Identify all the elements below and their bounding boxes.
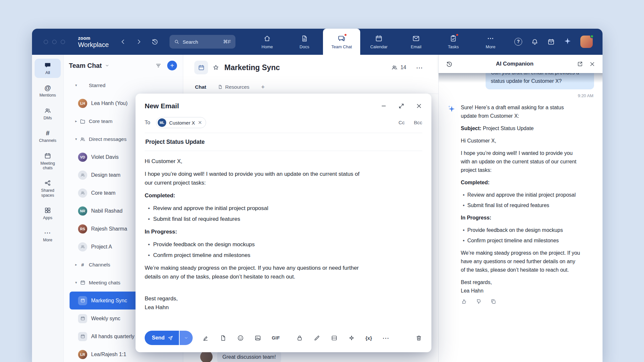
edit-button[interactable] bbox=[314, 335, 320, 341]
more-options-button[interactable]: ⋯ bbox=[416, 64, 423, 71]
emoji-button[interactable] bbox=[237, 335, 244, 341]
remove-recipient-button[interactable]: ✕ bbox=[198, 120, 202, 126]
email-greeting: Hi Customer X, bbox=[145, 157, 360, 166]
gif-button[interactable]: GIF bbox=[272, 335, 280, 340]
user-prompt-bubble: Can you draft an email that provides a s… bbox=[486, 73, 594, 89]
copy-button[interactable] bbox=[490, 298, 496, 305]
search-input[interactable]: Search ⌘F bbox=[169, 35, 235, 49]
rail-label: Mentions bbox=[40, 93, 56, 98]
docs-icon bbox=[300, 35, 308, 42]
expand-button[interactable] bbox=[398, 103, 405, 109]
tab-tasks[interactable]: Tasks bbox=[435, 29, 472, 55]
modal-title: New Email bbox=[145, 102, 179, 110]
forward-button[interactable] bbox=[136, 38, 142, 45]
conversation-history-button[interactable] bbox=[446, 61, 453, 68]
email-body-editor[interactable]: Hi Customer X, I hope you’re doing well!… bbox=[145, 151, 422, 326]
chat-item-label: Core team bbox=[91, 190, 116, 196]
encrypt-button[interactable] bbox=[296, 335, 303, 341]
traffic-light-fullscreen-button[interactable] bbox=[61, 40, 65, 44]
star-button[interactable] bbox=[213, 64, 219, 71]
variables-button[interactable]: {x} bbox=[365, 335, 372, 341]
back-button[interactable] bbox=[120, 38, 126, 45]
traffic-light-close-button[interactable] bbox=[44, 40, 48, 44]
share-nodes-icon bbox=[44, 179, 51, 187]
meeting-avatar bbox=[194, 61, 208, 74]
zoom-logo: zoom Workplace bbox=[78, 36, 109, 48]
rail-label: Shared spaces bbox=[35, 188, 60, 198]
tab-add-button[interactable]: + bbox=[261, 83, 265, 91]
recipient-name: Customer X bbox=[169, 120, 195, 126]
avatar: RS bbox=[78, 224, 87, 234]
tab-docs[interactable]: Docs bbox=[286, 29, 323, 55]
layout-button[interactable] bbox=[331, 335, 338, 341]
sidebar-title-dropdown[interactable]: Team Chat bbox=[69, 62, 109, 69]
user-avatar[interactable] bbox=[580, 36, 593, 48]
hash-icon: # bbox=[46, 129, 49, 137]
close-button[interactable] bbox=[416, 103, 422, 109]
send-options-button[interactable] bbox=[180, 331, 193, 345]
minimize-button[interactable] bbox=[380, 103, 387, 109]
template-button[interactable] bbox=[220, 335, 227, 341]
rail-item-all[interactable]: All bbox=[35, 59, 61, 78]
discard-button[interactable] bbox=[415, 335, 422, 341]
more-tools-button[interactable]: ⋯ bbox=[382, 335, 390, 341]
members-button[interactable]: 14 bbox=[391, 64, 406, 71]
image-button[interactable] bbox=[254, 335, 261, 341]
group-label: Channels bbox=[89, 262, 110, 268]
rail-item-mentions[interactable]: @ Mentions bbox=[35, 81, 61, 100]
chevron-right-icon bbox=[136, 38, 142, 45]
new-chat-button[interactable]: + bbox=[167, 61, 177, 70]
send-button[interactable]: Send bbox=[145, 331, 179, 345]
in-progress-list: Provide feedback on the design mockups C… bbox=[147, 240, 363, 260]
tab-more[interactable]: More bbox=[472, 29, 509, 55]
bcc-button[interactable]: Bcc bbox=[414, 120, 422, 126]
notification-dot bbox=[456, 33, 459, 37]
close-panel-button[interactable] bbox=[589, 61, 595, 67]
history-button[interactable] bbox=[151, 38, 158, 45]
traffic-light-minimize-button[interactable] bbox=[52, 40, 56, 44]
sidebar-title: Team Chat bbox=[69, 62, 102, 69]
subject-input[interactable]: Project Status Update bbox=[145, 133, 422, 151]
ai-sparkle-icon bbox=[564, 37, 572, 45]
rail-item-meeting-chats[interactable]: Meeting chats bbox=[35, 149, 61, 173]
group-starred[interactable]: ▾ Starred bbox=[69, 76, 181, 94]
plus-icon: + bbox=[170, 62, 174, 69]
rail-item-dms[interactable]: DMs bbox=[35, 104, 61, 123]
notifications-button[interactable] bbox=[531, 38, 539, 46]
tab-email[interactable]: Email bbox=[397, 29, 435, 55]
people-icon bbox=[80, 173, 85, 177]
rail-item-shared-spaces[interactable]: Shared spaces bbox=[35, 176, 61, 201]
more-icon bbox=[487, 35, 494, 42]
signature-button[interactable] bbox=[202, 335, 209, 341]
hash-icon: # bbox=[79, 262, 86, 267]
tab-calendar[interactable]: Calendar bbox=[360, 29, 397, 55]
thumbs-up-icon bbox=[461, 298, 467, 305]
recipient-chip[interactable]: ML Customer X ✕ bbox=[156, 117, 206, 128]
filter-button[interactable] bbox=[155, 62, 162, 69]
bullet-item: Review and approve the initial project p… bbox=[462, 191, 581, 199]
calendar-date-button[interactable] bbox=[547, 38, 555, 46]
tab-chat[interactable]: Chat bbox=[195, 84, 206, 90]
tab-resources[interactable]: Resources bbox=[218, 84, 249, 90]
ai-compose-button[interactable] bbox=[348, 335, 355, 341]
thumbs-up-button[interactable] bbox=[461, 298, 467, 305]
cc-button[interactable]: Cc bbox=[398, 120, 405, 126]
rail-item-apps[interactable]: Apps bbox=[35, 204, 61, 223]
ai-companion-button[interactable] bbox=[564, 37, 572, 46]
tab-team-chat[interactable]: Team Chat bbox=[323, 29, 360, 55]
ellipsis-icon: ⋯ bbox=[44, 229, 51, 236]
response-in-progress-label: In Progress: bbox=[461, 214, 581, 222]
rail-item-more[interactable]: ⋯ More bbox=[35, 226, 61, 245]
in-progress-list: Provide feedback on the design mockups C… bbox=[462, 226, 581, 245]
calendar-icon bbox=[375, 35, 383, 42]
history-icon bbox=[446, 61, 453, 68]
rail-item-channels[interactable]: # Channels bbox=[35, 127, 61, 146]
member-count: 14 bbox=[400, 65, 406, 70]
open-in-new-button[interactable] bbox=[577, 61, 583, 67]
help-button[interactable]: ? bbox=[514, 38, 522, 46]
panel-title: AI Companion bbox=[459, 61, 571, 67]
calendar-icon bbox=[198, 64, 205, 71]
bullet-item: Submit final list of required features bbox=[147, 215, 363, 223]
tab-home[interactable]: Home bbox=[249, 29, 286, 55]
thumbs-down-button[interactable] bbox=[475, 298, 482, 305]
